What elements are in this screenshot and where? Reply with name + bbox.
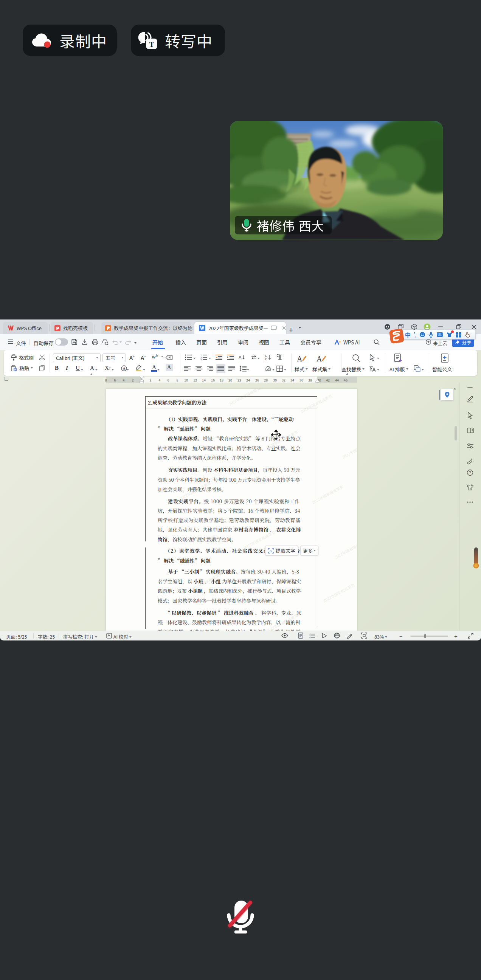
- svg-text:A: A: [239, 355, 242, 360]
- svg-text:w: w: [152, 354, 156, 360]
- svg-text:Z: Z: [265, 358, 267, 360]
- svg-text:h: h: [156, 354, 158, 358]
- svg-text:T: T: [150, 40, 154, 48]
- svg-text:?: ?: [469, 471, 471, 475]
- svg-text:A: A: [297, 355, 303, 363]
- svg-text:A: A: [317, 355, 322, 363]
- svg-text:3: 3: [201, 358, 202, 361]
- svg-text:A: A: [123, 366, 126, 371]
- svg-text:A: A: [270, 549, 272, 553]
